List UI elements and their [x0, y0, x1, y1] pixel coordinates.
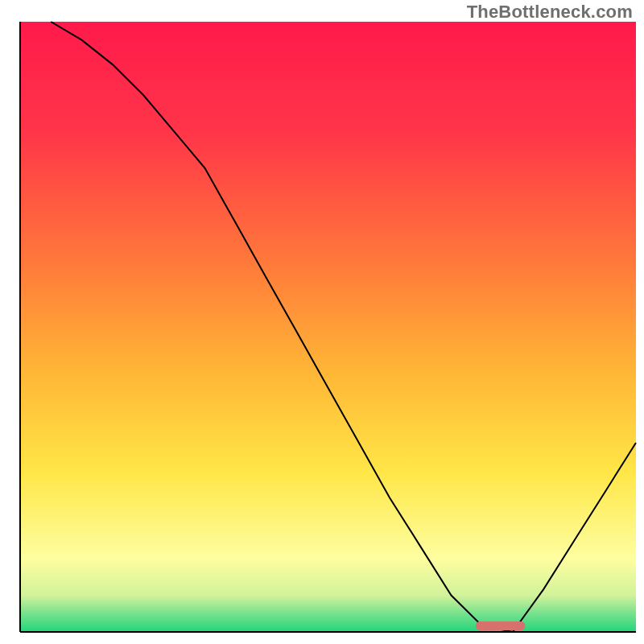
- optimal-marker: [476, 621, 525, 630]
- watermark-text: TheBottleneck.com: [467, 2, 633, 23]
- chart-svg: [0, 0, 644, 644]
- bottleneck-chart: TheBottleneck.com: [0, 0, 644, 644]
- gradient-background: [20, 22, 636, 632]
